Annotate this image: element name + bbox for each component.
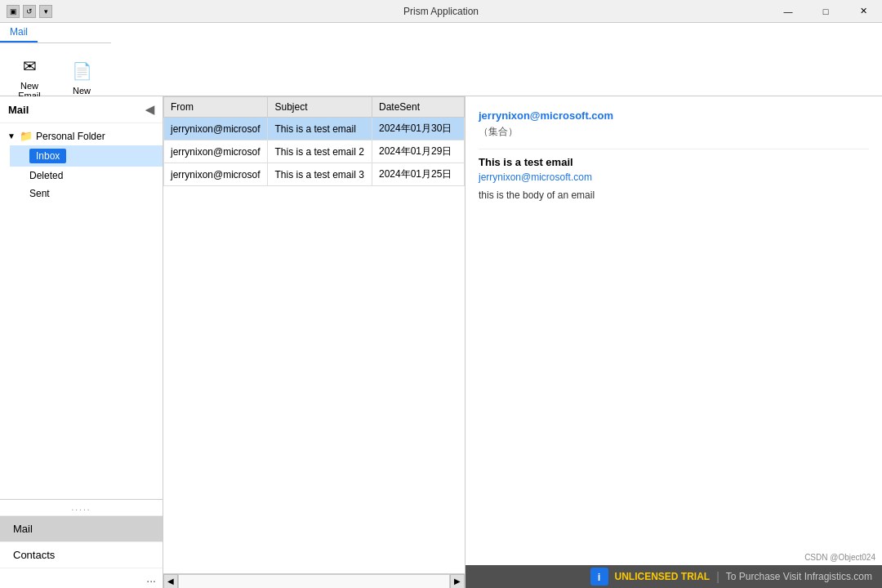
new-email-icon: ✉ [16,53,42,79]
scroll-track[interactable] [178,574,450,589]
csdn-badge: CSDN @Object024 [804,553,875,562]
tree-item-inbox[interactable]: Inbox [10,145,163,167]
email-cell-dateSent: 2024年01月25日 [372,163,464,186]
tab-mail[interactable]: Mail [0,23,38,42]
email-detail-panel: jerrynixon@microsoft.com （集合） This is a … [466,96,882,588]
main-layout: Mail ◀ ▼ 📁 Personal Folder Inbox Deleted… [0,96,882,588]
email-cell-from: jerrynixon@microsof [164,140,268,163]
sidebar-dots: ..... [0,500,163,515]
email-table: From Subject DateSent jerrynixon@microso… [163,96,465,186]
new-button[interactable]: 📄 New [62,55,101,99]
email-detail-divider [479,149,869,149]
sidebar-header: Mail ◀ [0,96,163,123]
arrow-icon: ▼ [7,131,16,141]
email-detail-subject: This is a test email [479,156,869,168]
sidebar-tree: ▼ 📁 Personal Folder Inbox Deleted Sent [0,123,163,499]
email-cell-subject: This is a test email 2 [268,140,372,163]
purchase-link[interactable]: To Purchase Visit Infragistics.com [726,571,872,582]
email-cell-from: jerrynixon@microsof [164,163,268,186]
ribbon-tabs: Mail ✉ NewEmail 📄 New [0,23,111,96]
tree-item-sent[interactable]: Sent [10,185,163,203]
email-detail-sender: jerrynixon@microsoft.com [479,172,869,183]
email-table-body: jerrynixon@microsofThis is a test email2… [164,118,465,186]
sidebar: Mail ◀ ▼ 📁 Personal Folder Inbox Deleted… [0,96,163,588]
scroll-right-button[interactable]: ▶ [450,574,465,589]
deleted-arrow [16,171,26,180]
tree-item-personal-folder[interactable]: ▼ 📁 Personal Folder [0,127,163,145]
scroll-left-button[interactable]: ◀ [163,574,178,589]
email-list-empty-space [163,186,465,573]
title-bar: ▣ ↺ ▾ Prism Application — □ ✕ [0,0,882,23]
email-cell-subject: This is a test email 3 [268,163,372,186]
maximize-button[interactable]: □ [807,0,844,23]
new-icon: 📄 [69,58,95,84]
sidebar-nav-bottom: ... [0,568,163,588]
col-datesent: DateSent [372,97,464,118]
sidebar-nav-contacts[interactable]: Contacts [0,541,163,568]
watermark-bar: i UNLICENSED TRIAL | To Purchase Visit I… [466,565,882,588]
sidebar-nav-mail[interactable]: Mail [0,515,163,541]
quick-access-1[interactable]: ↺ [23,5,36,18]
email-row[interactable]: jerrynixon@microsofThis is a test email2… [164,118,465,140]
sidebar-title: Mail [8,104,29,116]
quick-access-2[interactable]: ▾ [39,5,52,18]
email-row[interactable]: jerrynixon@microsofThis is a test email … [164,140,465,163]
email-cell-dateSent: 2024年01月29日 [372,140,464,163]
tree-item-deleted[interactable]: Deleted [10,167,163,185]
unlicensed-trial-text: UNLICENSED TRIAL [615,571,710,582]
email-row[interactable]: jerrynixon@microsofThis is a test email … [164,163,465,186]
email-table-header: From Subject DateSent [164,97,465,118]
inbox-label[interactable]: Inbox [29,149,66,163]
window-controls: — □ ✕ [769,0,882,23]
sent-arrow [16,189,26,198]
email-list-scrollbar: ◀ ▶ [163,573,465,588]
infragistics-icon: i [590,568,608,586]
email-cell-subject: This is a test email [268,118,372,140]
new-label: New [73,86,91,96]
sidebar-bottom: ..... Mail Contacts ... [0,499,163,588]
app-icon: ▣ [7,5,20,18]
inbox-arrow [16,151,26,161]
deleted-label: Deleted [29,170,63,181]
ribbon-tab-bar: Mail [0,23,111,43]
col-from: From [164,97,268,118]
watermark-divider: | [716,570,719,583]
col-subject: Subject [268,97,372,118]
title-bar-icons: ▣ ↺ ▾ [0,5,52,18]
email-list-panel: From Subject DateSent jerrynixon@microso… [163,96,466,588]
close-button[interactable]: ✕ [844,0,882,23]
collapse-button[interactable]: ◀ [145,103,154,116]
email-detail-from: jerrynixon@microsoft.com [479,109,869,122]
email-cell-dateSent: 2024年01月30日 [372,118,464,140]
ribbon: Mail ✉ NewEmail 📄 New [0,23,882,96]
app-title: Prism Application [403,6,479,17]
sent-label: Sent [29,188,50,199]
personal-folder-label: Personal Folder [36,131,105,142]
email-cell-from: jerrynixon@microsof [164,118,268,140]
email-detail-body: this is the body of an email [479,189,869,201]
email-detail-tag: （集合） [479,125,869,139]
sidebar-more-icon[interactable]: ... [146,572,156,585]
folder-icon: 📁 [20,130,33,142]
minimize-button[interactable]: — [769,0,807,23]
